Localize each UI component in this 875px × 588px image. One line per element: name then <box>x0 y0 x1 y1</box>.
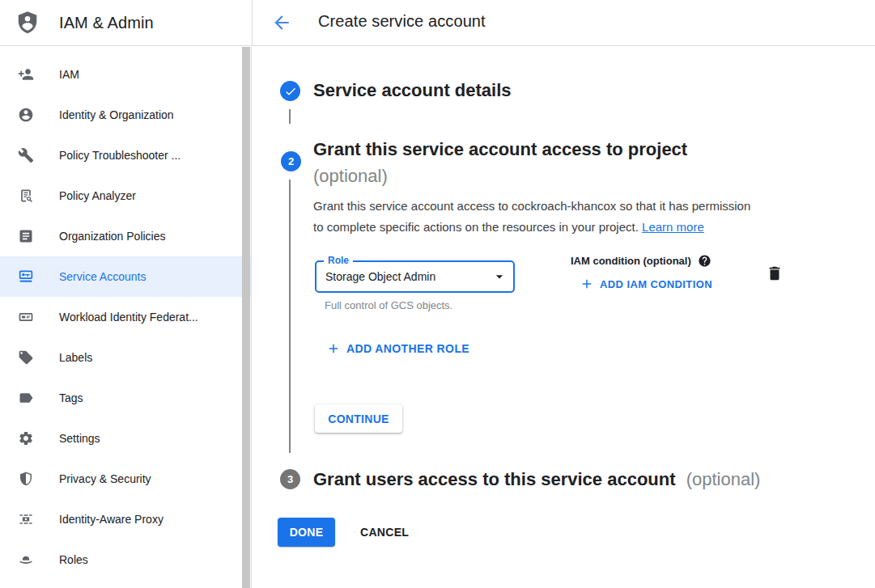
step2-number: 2 <box>288 155 294 167</box>
step3-title: Grant users access to this service accou… <box>313 469 676 489</box>
sidebar-item-label: Policy Troubleshooter ... <box>59 149 181 162</box>
roles-hat-icon <box>18 552 34 568</box>
label-tag-icon <box>18 349 34 366</box>
add-iam-condition-label: ADD IAM CONDITION <box>600 278 712 290</box>
sidebar-item-identity-organization[interactable]: Identity & Organization <box>0 95 251 135</box>
identity-person-icon <box>18 107 34 123</box>
sidebar-item-iam[interactable]: IAM <box>0 54 251 95</box>
iam-condition-label: IAM condition (optional) <box>571 255 691 267</box>
sidebar-item-roles[interactable]: Roles <box>0 539 251 580</box>
product-brand: IAM & Admin <box>15 11 154 35</box>
identity-aware-proxy-icon <box>18 511 34 527</box>
sidebar-item-tags[interactable]: Tags <box>0 378 251 418</box>
product-title: IAM & Admin <box>59 14 154 32</box>
sidebar-item-settings[interactable]: Settings <box>0 418 251 459</box>
sidebar-item-label: Service Accounts <box>59 270 146 283</box>
workload-identity-card-icon <box>18 309 34 325</box>
sidebar-item-privacy-security[interactable]: Privacy & Security <box>0 459 251 499</box>
step1-title: Service account details <box>313 80 512 101</box>
page-title: Create service account <box>318 12 486 31</box>
check-icon <box>284 85 297 98</box>
iam-admin-shield-icon <box>15 11 40 35</box>
step2-title: Grant this service account access to pro… <box>313 136 687 163</box>
role-field-label: Role <box>324 255 353 266</box>
step3-optional-label: (optional) <box>686 469 761 489</box>
help-icon <box>698 254 711 268</box>
sidebar-item-label: Policy Analyzer <box>59 189 136 202</box>
privacy-shield-icon <box>18 471 34 487</box>
plus-icon <box>580 277 594 291</box>
trash-icon <box>766 264 784 282</box>
plus-icon <box>326 341 341 356</box>
sidebar-item-label: Workload Identity Federat... <box>59 311 198 324</box>
iam-condition-label-row: IAM condition (optional) <box>571 254 711 268</box>
sidebar: IAM Identity & Organization Policy Troub… <box>0 47 252 588</box>
description-line1: Grant this service account access to coc… <box>313 199 750 213</box>
header-divider <box>252 0 253 46</box>
step3-indicator: 3 <box>280 469 300 489</box>
sidebar-item-policy-troubleshooter[interactable]: Policy Troubleshooter ... <box>0 135 251 176</box>
role-helper-text: Full control of GCS objects. <box>325 299 452 311</box>
arrow-back-icon <box>271 12 292 33</box>
wrench-icon <box>18 147 34 163</box>
add-another-role-label: ADD ANOTHER ROLE <box>346 342 469 355</box>
sidebar-item-label: Labels <box>59 351 92 364</box>
sidebar-item-service-accounts[interactable]: Service Accounts <box>0 256 251 297</box>
step2-indicator: 2 <box>281 151 301 171</box>
cancel-button[interactable]: CANCEL <box>350 518 418 547</box>
role-selected-value: Storage Object Admin <box>316 262 513 291</box>
sidebar-item-label: Organization Policies <box>59 230 166 243</box>
sidebar-item-label: Identity & Organization <box>59 108 174 121</box>
person-add-icon <box>18 66 34 82</box>
step2-heading: Grant this service account access to pro… <box>313 136 687 189</box>
done-button[interactable]: DONE <box>278 518 335 547</box>
step3-heading: Grant users access to this service accou… <box>313 469 760 490</box>
policy-analyzer-icon <box>18 188 34 204</box>
learn-more-link[interactable]: Learn more <box>642 220 704 234</box>
app-header: IAM & Admin Create service account <box>0 0 875 46</box>
org-policies-doc-icon <box>18 228 34 244</box>
sidebar-item-label: Identity-Aware Proxy <box>59 513 164 526</box>
step3-number: 3 <box>287 473 293 485</box>
sidebar-item-label: Privacy & Security <box>59 472 151 485</box>
help-button[interactable] <box>698 254 711 268</box>
step-connector <box>289 109 291 124</box>
add-another-role-button[interactable]: ADD ANOTHER ROLE <box>326 341 469 356</box>
delete-role-button[interactable] <box>766 264 784 282</box>
sidebar-item-label: Tags <box>59 391 83 404</box>
back-button[interactable] <box>271 12 292 33</box>
sidebar-item-label: Roles <box>59 553 88 566</box>
sidebar-item-label: Settings <box>59 432 100 445</box>
sidebar-item-workload-identity-federation[interactable]: Workload Identity Federat... <box>0 297 251 337</box>
sidebar-item-labels[interactable]: Labels <box>0 337 251 378</box>
sidebar-item-organization-policies[interactable]: Organization Policies <box>0 216 251 256</box>
sidebar-scrollbar[interactable] <box>242 47 250 588</box>
step2-optional-label: (optional) <box>313 163 687 189</box>
sidebar-item-identity-aware-proxy[interactable]: Identity-Aware Proxy <box>0 499 251 539</box>
tag-arrow-icon <box>18 390 34 406</box>
chevron-down-icon <box>491 269 508 285</box>
role-select[interactable]: Role Storage Object Admin <box>315 260 515 293</box>
continue-button[interactable]: CONTINUE <box>315 404 402 433</box>
sidebar-item-label: IAM <box>59 68 79 81</box>
description-line2: to complete specific actions on the reso… <box>313 220 639 234</box>
step2-description: Grant this service account access to coc… <box>313 196 799 238</box>
create-service-account-page: IAM & Admin Create service account IAM I… <box>0 0 875 588</box>
sidebar-item-policy-analyzer[interactable]: Policy Analyzer <box>0 176 251 216</box>
add-iam-condition-button[interactable]: ADD IAM CONDITION <box>580 277 712 291</box>
gear-icon <box>18 430 34 446</box>
step-connector <box>289 180 291 453</box>
service-account-key-icon <box>18 269 34 285</box>
step1-indicator-completed <box>280 81 300 101</box>
